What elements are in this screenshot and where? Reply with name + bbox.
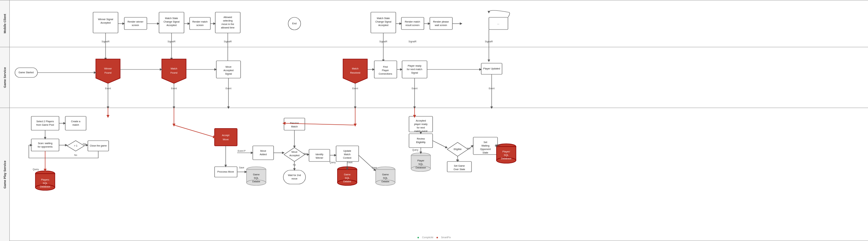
update-match-text2: Match xyxy=(344,153,350,156)
mobile-client-label: Mobile Client xyxy=(0,0,9,47)
game-db2-text3: Databe xyxy=(343,180,351,183)
players-db-text1: Players xyxy=(41,178,49,181)
match-state2-text3: Accepted xyxy=(378,24,388,27)
game-play-service-label: Game Play Service xyxy=(0,108,9,241)
set-waiting-text2: Waiting xyxy=(481,144,489,147)
match-state-text2: Change Signal xyxy=(164,20,180,23)
event-label-gp: Event P xyxy=(238,150,246,152)
gt1-text: > 1 xyxy=(74,144,77,147)
render-match-text1: Render match xyxy=(192,20,208,23)
identify-winner-text2: Winner xyxy=(316,157,324,159)
brand2-label: SmartPix xyxy=(441,236,451,239)
player-db-red-text1: Player/ xyxy=(502,150,510,153)
match-resolved-text1: Match xyxy=(352,67,358,70)
find-player-text2: Player xyxy=(382,69,389,72)
save-label-1: Save xyxy=(239,166,244,169)
winner-signal-accepted-text1: Winner Signal xyxy=(98,18,113,21)
query-label-2: Query xyxy=(329,161,336,164)
render-winner-text2: screen xyxy=(132,24,139,26)
find-player-text1: Find xyxy=(383,66,388,68)
move-accepted-d-text2: Accepted xyxy=(289,154,299,157)
move-added-text1: Move xyxy=(260,150,266,152)
last-mobile-text: ... xyxy=(497,22,499,25)
game-db1-text2: SQL xyxy=(254,177,259,180)
gp-arrow-re-elig xyxy=(433,141,446,148)
wait-2nd-text2: move xyxy=(291,177,297,180)
identify-winner-text1: Identify xyxy=(316,153,324,156)
allowed-text2: selecting xyxy=(223,19,233,22)
arrow-loop xyxy=(489,10,510,17)
accept-move-text1: Accept xyxy=(222,134,229,137)
render-match-text2: screen xyxy=(196,24,203,26)
footer: ● Complicité ● SmartPix xyxy=(417,235,451,239)
eligible-text: Eligible xyxy=(454,148,462,151)
player-ready-text2: for next match xyxy=(407,68,422,70)
players-db-text2: SQL xyxy=(43,182,48,185)
players-db-text3: Database xyxy=(40,185,50,188)
move-added-text2: Added xyxy=(260,153,267,156)
accept-move-box xyxy=(215,128,237,146)
resolve-match-text1: Resolve xyxy=(290,122,299,124)
set-waiting-text4: State xyxy=(483,151,488,154)
accepted-player-text2: player ready xyxy=(414,123,428,126)
game-service-label: Game Service xyxy=(0,47,9,108)
resolve-match-text2: Match xyxy=(291,125,298,128)
game-started-text: Game Started xyxy=(18,71,34,74)
player-ready-text3: Signal xyxy=(411,72,418,74)
game-db2-text1: Game xyxy=(344,173,350,176)
close-game-text: Close the game xyxy=(90,144,107,147)
winner-signal-accepted-text2: Accepted xyxy=(100,22,110,24)
player-updated-text: Player Updated xyxy=(483,67,500,70)
allowed-text1: Allowed xyxy=(224,16,232,18)
player-db-red-text3: Database xyxy=(501,157,511,160)
render-match-result-text1: Render match xyxy=(405,20,420,23)
brand1-icon: ● xyxy=(417,235,419,239)
render-winner-box xyxy=(124,17,147,30)
match-found-text2: Found xyxy=(170,72,177,74)
move-accepted-d-text1: Move xyxy=(291,151,297,153)
player-db-gray-text3: Database xyxy=(416,166,426,169)
winner-found-text2: Found xyxy=(105,72,111,74)
player-ready-text1: Player ready xyxy=(408,65,422,67)
game-db1-text3: Databe xyxy=(252,180,260,183)
set-game-over-text1: Set Game xyxy=(454,165,465,167)
render-winner-text1: Render winner xyxy=(127,20,143,23)
render-match-box xyxy=(190,17,210,30)
game-db3-text2: SQL xyxy=(383,177,388,180)
review-elig-text2: Eligibility xyxy=(416,141,426,144)
winner-found-text1: Winner xyxy=(104,67,112,70)
scan-waiting-text2: for opponents xyxy=(38,146,53,148)
create-match-text1: Create a xyxy=(71,120,81,123)
review-elig-text1: Review xyxy=(417,138,425,140)
red-arrow-3 xyxy=(174,125,215,137)
gp-arrow-um-db3 xyxy=(359,155,375,170)
set-game-over-text2: Over State xyxy=(453,168,465,171)
accepted-player-text4: match event xyxy=(414,130,427,132)
accepted-player-text3: for next xyxy=(417,126,425,129)
game-db3-text3: Databe xyxy=(382,180,390,183)
scan-waiting-box xyxy=(31,139,59,151)
yes-label-1: Yes xyxy=(83,143,86,145)
no-label-1: No xyxy=(74,154,77,156)
match-state-text1: Match State xyxy=(165,17,178,19)
save-label-3: Save xyxy=(372,166,377,169)
select-players-text2: from Game Pool xyxy=(36,124,54,126)
brand2-icon: ● xyxy=(436,235,438,239)
render-wait-text1: Render please xyxy=(433,20,449,23)
match-state2-text2: Change Signal xyxy=(375,20,391,23)
player-db-red-text2: SQL xyxy=(504,154,509,157)
lane-labels: Mobile Client Game Service Game Play Ser… xyxy=(0,0,10,241)
render-match-result-box xyxy=(401,17,424,30)
select-players-text1: Select 2 Players xyxy=(36,120,54,123)
wait-2nd-text1: Wait for 2nd xyxy=(288,174,301,176)
allowed-text4: allowed time xyxy=(221,26,235,29)
query-label-1: Query xyxy=(33,168,39,171)
render-wait-text2: wait screen xyxy=(434,24,447,26)
set-waiting-text3: Opponent xyxy=(480,148,491,151)
end-text: End xyxy=(292,22,297,25)
query-label-3: Query xyxy=(412,149,418,151)
find-player-text3: Connections xyxy=(379,73,392,75)
save-label-2: Save xyxy=(348,161,353,164)
game-db2-text2: SQL xyxy=(345,177,350,180)
accept-move-text2: Move xyxy=(223,138,228,141)
